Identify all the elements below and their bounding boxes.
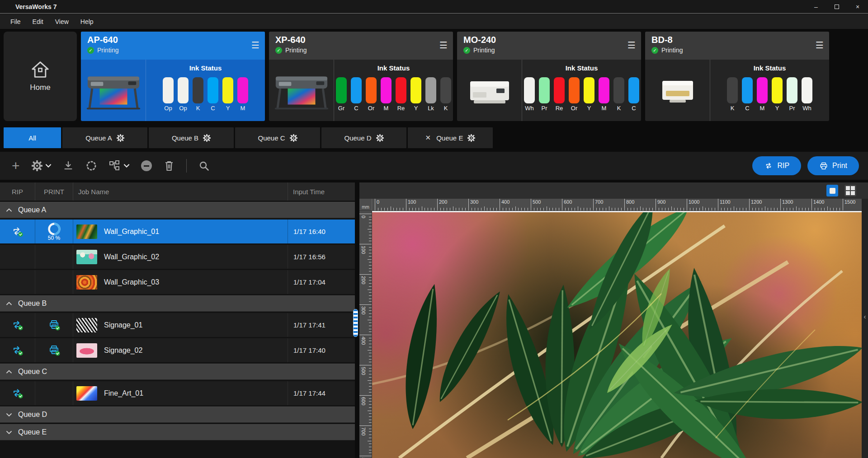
h-ruler-tick — [749, 199, 750, 210]
v-ruler-label: 100 — [361, 246, 366, 254]
job-row-wall_graphic_03[interactable]: Wall_Graphic_031/17 17:04 — [0, 270, 355, 294]
h-ruler-label: 1400 — [813, 199, 824, 205]
search-icon[interactable] — [198, 160, 210, 172]
printer-card-xp-640[interactable]: XP-640✓Printing☰Ink StatusGrCOrMReYLkK — [269, 32, 453, 121]
rip-done-icon — [11, 319, 24, 331]
column-header-rip: RIP — [0, 182, 35, 201]
v-ruler-tick — [359, 244, 372, 244]
close-button[interactable]: × — [847, 0, 868, 13]
h-ruler-label: 500 — [533, 199, 541, 205]
v-ruler-tick — [359, 395, 372, 396]
menu-item-edit[interactable]: Edit — [28, 16, 48, 27]
h-ruler-tick — [687, 199, 687, 210]
processing-icon[interactable] — [85, 160, 97, 172]
tab-settings-icon[interactable] — [117, 134, 124, 142]
h-ruler-tick — [375, 199, 375, 210]
chevron-up-icon[interactable] — [5, 207, 13, 213]
tab-settings-icon[interactable] — [376, 134, 384, 142]
ink-level-or: Or — [569, 77, 580, 112]
job-row-wall_graphic_01[interactable]: 50 %Wall_Graphic_011/17 16:40 — [0, 220, 355, 243]
tab-settings-icon[interactable] — [203, 134, 211, 142]
minimize-button[interactable]: – — [806, 0, 826, 13]
home-button[interactable]: Home — [4, 32, 77, 121]
menu-item-file[interactable]: File — [5, 16, 26, 27]
settings-icon[interactable] — [32, 160, 51, 171]
chevron-up-icon[interactable] — [5, 369, 13, 375]
menu-item-view[interactable]: View — [50, 16, 74, 27]
tab-queue-c[interactable]: Queue C — [235, 127, 320, 148]
rip-button[interactable]: RIP — [752, 156, 801, 175]
delete-icon[interactable] — [164, 160, 175, 172]
group-header-queue-b[interactable]: Queue B — [0, 295, 355, 312]
job-row-signage_01[interactable]: Signage_011/17 17:41 — [0, 313, 355, 337]
ink-level-y: Y — [772, 77, 783, 112]
tab-settings-icon[interactable] — [467, 134, 475, 142]
tab-close-icon[interactable]: ✕ — [425, 134, 431, 142]
printer-name: BD-8 — [651, 34, 683, 45]
print-preview-canvas[interactable] — [372, 211, 862, 458]
tab-queue-e[interactable]: ✕Queue E — [408, 127, 493, 148]
preview-collapse-strip[interactable]: ‹ — [862, 199, 868, 458]
rip-done-icon — [11, 226, 24, 237]
h-ruler-tick — [437, 199, 438, 210]
h-ruler-label: 1000 — [689, 199, 699, 205]
tab-all[interactable]: All — [4, 127, 61, 148]
tab-queue-d[interactable]: Queue D — [321, 127, 406, 148]
chevron-down-icon[interactable] — [5, 411, 13, 418]
ink-status-title: Ink Status — [566, 64, 598, 72]
printer-card-mo-240[interactable]: MO-240✓Printing☰Ink StatusWhPrReOrYMKC — [457, 32, 641, 121]
printer-status: ✓Printing — [651, 47, 683, 54]
ink-level-y: Y — [584, 77, 594, 112]
group-header-queue-d[interactable]: Queue D — [0, 407, 355, 423]
card-menu-icon[interactable]: ☰ — [251, 41, 259, 50]
printer-card-bd-8[interactable]: BD-8✓Printing☰Ink StatusKCMYPrWh — [645, 32, 829, 121]
printer-name: AP-640 — [87, 34, 118, 45]
job-thumbnail — [76, 224, 97, 239]
print-button[interactable]: Print — [807, 156, 859, 175]
ink-status-panel: Ink StatusWhPrReOrYMKC — [522, 60, 641, 121]
ink-level-or: Or — [366, 77, 377, 112]
tab-settings-icon[interactable] — [290, 134, 297, 142]
menu-item-help[interactable]: Help — [75, 16, 99, 27]
pane-splitter-handle[interactable] — [353, 309, 358, 337]
printer-card-ap-640[interactable]: AP-640✓Printing☰Ink StatusOpOpKCYM — [81, 32, 265, 121]
job-row-signage_02[interactable]: Signage_021/17 17:40 — [0, 338, 355, 362]
remove-icon[interactable] — [141, 160, 152, 171]
group-header-queue-c[interactable]: Queue C — [0, 364, 355, 380]
card-menu-icon[interactable]: ☰ — [439, 41, 448, 50]
ink-status-panel: Ink StatusOpOpKCYM — [146, 60, 265, 121]
queue-tabs: AllQueue AQueue BQueue CQueue D✕Queue E — [4, 127, 493, 148]
chevron-down-icon[interactable] — [5, 429, 13, 435]
chevron-up-icon[interactable] — [5, 300, 13, 307]
job-thumbnail — [76, 275, 97, 290]
rip-progress-ring — [47, 222, 61, 236]
maximize-button[interactable] — [826, 0, 847, 13]
job-list-pane: RIPPRINTJob NameInput Time Queue A50 %Wa… — [0, 182, 355, 458]
rip-done-icon — [11, 388, 24, 399]
printer-cards-row: Home AP-640✓Printing☰Ink StatusOpOpKCYMX… — [0, 29, 868, 125]
job-input-time: 1/17 17:04 — [288, 278, 326, 286]
h-ruler-tick — [562, 199, 562, 210]
card-menu-icon[interactable]: ☰ — [627, 41, 636, 50]
grid-view-icon[interactable] — [844, 185, 856, 196]
ink-level-m: M — [599, 77, 609, 112]
ink-level-op: Op — [163, 77, 174, 112]
nest-icon[interactable] — [109, 160, 129, 171]
tab-queue-b[interactable]: Queue B — [149, 127, 234, 148]
import-icon[interactable] — [63, 160, 74, 171]
job-input-time: 1/17 16:56 — [288, 253, 326, 261]
job-row-fine_art_01[interactable]: Fine_Art_011/17 17:44 — [0, 381, 355, 405]
job-row-wall_graphic_02[interactable]: Wall_Graphic_021/17 16:56 — [0, 245, 355, 269]
job-input-time: 1/17 16:40 — [288, 228, 326, 235]
status-ok-icon: ✓ — [87, 47, 94, 54]
single-view-icon[interactable] — [826, 185, 838, 196]
group-header-queue-a[interactable]: Queue A — [0, 202, 355, 218]
group-header-queue-e[interactable]: Queue E — [0, 424, 355, 440]
add-job-icon[interactable]: + — [12, 160, 20, 172]
job-name: Wall_Graphic_03 — [104, 278, 159, 286]
ruler-unit-label: mm — [359, 199, 372, 211]
h-ruler-label: 900 — [657, 199, 665, 205]
card-menu-icon[interactable]: ☰ — [816, 41, 824, 50]
v-ruler-label: 0 — [361, 215, 366, 218]
tab-queue-a[interactable]: Queue A — [62, 127, 147, 148]
